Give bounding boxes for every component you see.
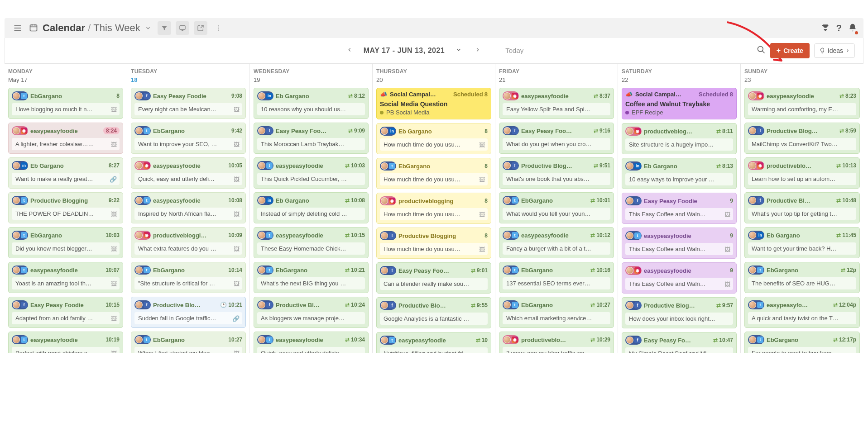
filter-icon[interactable] xyxy=(158,21,171,35)
post-card[interactable]: fProductive Bl…⇄10:24As bloggers we mana… xyxy=(254,297,369,328)
post-card[interactable]: tEbGargano⇄10:16137 essential SEO terms … xyxy=(499,262,614,293)
post-excerpt: What extra features do you …🖼 xyxy=(134,242,242,255)
day-date: 19 xyxy=(254,76,369,83)
avatar: t xyxy=(503,231,519,240)
post-card[interactable]: teasypeasyfoodie10:08Inspired by North A… xyxy=(131,192,246,223)
post-card[interactable]: tEbGargano⇄10:27Which email marketing se… xyxy=(499,297,614,328)
post-card[interactable]: fProductive Blogging8How much time do yo… xyxy=(376,228,491,259)
post-card[interactable]: tEbGargano10:03Did you know most blogger… xyxy=(8,227,123,258)
post-card[interactable]: tEbGargano⇄12pThe benefits of SEO are HU… xyxy=(744,262,860,293)
post-card[interactable]: ◉easypeasyfoodie8:24A lighter, fresher c… xyxy=(8,123,123,154)
svg-point-11 xyxy=(218,30,219,31)
post-card[interactable]: fProductive Blo…🕒10:21Sudden fall in Goo… xyxy=(131,297,246,328)
image-icon: 🖼 xyxy=(724,280,730,287)
post-excerpt: How much time do you usu…🖼 xyxy=(380,208,488,220)
post-card[interactable]: ◉productiveblogging8How much time do you… xyxy=(376,193,491,224)
post-card[interactable]: teasypeasyfo…⇄12:04pA quick and tasty tw… xyxy=(744,297,860,328)
chevron-down-icon[interactable] xyxy=(143,20,153,36)
day-column: WEDNESDAY19inEb Gargano⇄8:1210 reasons w… xyxy=(250,64,373,353)
search-icon[interactable] xyxy=(757,45,766,56)
post-card[interactable]: teasypeasyfoodie⇄10:03This Quick Pickled… xyxy=(254,157,369,189)
post-card[interactable]: teasypeasyfoodie⇄10Nutritious, filling a… xyxy=(376,332,491,353)
time-badge: 10:07 xyxy=(106,267,120,273)
avatar: t xyxy=(12,335,28,344)
time-badge: 10:19 xyxy=(106,337,120,343)
post-card[interactable]: tEbGargano⇄12:17pFor people to want to b… xyxy=(744,332,860,353)
post-card[interactable]: fProductive Blo…⇄9:55Google Analytics is… xyxy=(376,297,491,328)
page-subtitle: This Week xyxy=(93,22,140,34)
range-dropdown-icon[interactable] xyxy=(454,45,464,57)
post-card[interactable]: teasypeasyfoodie10:19Perfect with roast … xyxy=(8,332,123,353)
account-name: Eb Gargano xyxy=(398,128,482,135)
create-button[interactable]: +Create xyxy=(770,43,810,58)
post-card[interactable]: fEasy Peasy Foodie9This Easy Coffee and … xyxy=(622,193,737,224)
post-card[interactable]: ◉productivebloggi…10:09What extra featur… xyxy=(131,227,246,258)
post-card[interactable]: fEasy Peasy Fo…⇄10:47My Simple Roast Bee… xyxy=(622,332,737,353)
post-card[interactable]: inEb Gargano⇄8:1210 reasons why you shou… xyxy=(254,88,369,119)
post-card[interactable]: teasypeasyfoodie⇄10:12Fancy a burger wit… xyxy=(499,227,614,258)
post-card[interactable]: tEbGargano8How much time do you usu…🖼 xyxy=(376,158,491,189)
post-card[interactable]: fEasy Peasy Foo…⇄9:16What do you get whe… xyxy=(499,123,614,154)
post-card[interactable]: ◉productiveblog…⇄8:11Site structure is a… xyxy=(622,123,737,154)
breadcrumb[interactable]: Calendar / This Week xyxy=(43,20,153,36)
day-date: 20 xyxy=(376,76,491,83)
post-card[interactable]: ◉easypeasyfoodie10:05Quick, easy and utt… xyxy=(131,157,246,189)
post-card[interactable]: ◉easypeasyfoodie⇄8:37Easy Yellow Split P… xyxy=(499,88,614,119)
post-card[interactable]: teasypeasyfoodie9This Easy Coffee and Wa… xyxy=(622,228,737,259)
ideas-button[interactable]: Ideas xyxy=(814,43,855,58)
post-card[interactable]: ◉easypeasyfoodie⇄8:23Warming and comfort… xyxy=(744,88,860,119)
post-card[interactable]: inEb Gargano8How much time do you usu…🖼 xyxy=(376,123,491,154)
menu-icon[interactable] xyxy=(11,21,24,35)
campaign-card[interactable]: 📣Social Campai…Scheduled 8Coffee and Wal… xyxy=(622,88,737,119)
post-card[interactable]: tProductive Blogging9:22THE POWER OF DEA… xyxy=(8,192,123,223)
prev-icon[interactable] xyxy=(345,45,355,57)
avatar: t xyxy=(134,266,151,275)
image-icon: 🖼 xyxy=(234,210,240,217)
shuffle-icon: ⇄ xyxy=(345,302,350,308)
post-card[interactable]: fProductive Bl…⇄10:48What's your top tip… xyxy=(744,192,860,223)
post-card[interactable]: tEbGargano⇄10:01What would you tell your… xyxy=(499,192,614,223)
post-card[interactable]: tEbGargano10:14"Site structure is critic… xyxy=(131,262,246,293)
shuffle-icon: ⇄ xyxy=(348,128,353,134)
post-card[interactable]: fEasy Peasy Foo…⇄9:01Can a blender reall… xyxy=(376,262,491,294)
help-icon[interactable]: ? xyxy=(836,23,842,33)
today-button[interactable]: Today xyxy=(505,47,523,54)
date-range[interactable]: MAY 17 - JUN 13, 2021 xyxy=(364,47,445,55)
post-card[interactable]: fEasy Peasy Foodie9:08Every night can be… xyxy=(131,88,246,119)
campaign-card[interactable]: 📣Social Campai…Scheduled 8Social Media Q… xyxy=(376,88,491,119)
svg-rect-7 xyxy=(180,26,185,30)
post-card[interactable]: teasypeasyfoodie10:07Yoast is an amazing… xyxy=(8,262,123,293)
post-card[interactable]: inEb Gargano⇄10:08Instead of simply dele… xyxy=(254,192,369,223)
post-card[interactable]: fEasy Peasy Foodie10:15Adapted from an o… xyxy=(8,297,123,328)
post-card[interactable]: inEb Gargano⇄8:1310 easy ways to improve… xyxy=(622,158,737,189)
post-card[interactable]: fProductive Blog…⇄9:51What's one book th… xyxy=(499,157,614,189)
trophy-icon[interactable] xyxy=(821,23,830,33)
avatar: in xyxy=(748,231,764,240)
status-badge: Scheduled 8 xyxy=(453,91,488,98)
post-card[interactable]: tEbGargano8I love blogging so much it n…… xyxy=(8,88,123,119)
post-excerpt: This Moroccan Lamb Traybak… xyxy=(257,138,365,150)
more-icon[interactable] xyxy=(212,21,225,35)
post-card[interactable]: fEasy Peasy Foo…⇄9:09This Moroccan Lamb … xyxy=(254,123,369,154)
image-icon: 🖼 xyxy=(479,141,485,148)
display-icon[interactable] xyxy=(176,21,189,35)
post-card[interactable]: ◉productiveblo…⇄10:13Learn how to set up… xyxy=(744,157,860,189)
campaign-sub: EPF Recipe xyxy=(625,109,733,116)
post-card[interactable]: fProductive Blog…⇄9:57How does your inbo… xyxy=(622,297,737,328)
post-card[interactable]: tEbGargano9:42Want to improve your SEO, … xyxy=(131,123,246,154)
post-card[interactable]: teasypeasyfoodie⇄10:15These Easy Homemad… xyxy=(254,227,369,258)
post-card[interactable]: ◉productiveblo…⇄10:292 years ago my blog… xyxy=(499,332,614,353)
post-card[interactable]: tEbGargano10:27When I first started my b… xyxy=(131,332,246,353)
post-card[interactable]: fProductive Blog…⇄8:59MailChimp vs Conve… xyxy=(744,123,860,154)
post-card[interactable]: tEbGargano⇄10:21What's the next BIG thin… xyxy=(254,262,369,293)
post-card[interactable]: inEb Gargano⇄11:45Want to get your time … xyxy=(744,227,860,258)
post-card[interactable]: teasypeasyfoodie⇄10:34Quick, easy and ut… xyxy=(254,332,369,353)
share-icon[interactable] xyxy=(194,21,207,35)
account-name: productiveblogging xyxy=(398,198,482,204)
next-icon[interactable] xyxy=(473,45,483,57)
avatar: f xyxy=(625,301,642,310)
post-card[interactable]: inEb Gargano8:27Want to make a really gr… xyxy=(8,157,123,189)
bell-icon[interactable] xyxy=(848,23,857,33)
post-excerpt: MailChimp vs ConvertKit? Two… xyxy=(748,138,856,150)
post-card[interactable]: ◉easypeasyfoodie9This Easy Coffee and Wa… xyxy=(622,262,737,294)
